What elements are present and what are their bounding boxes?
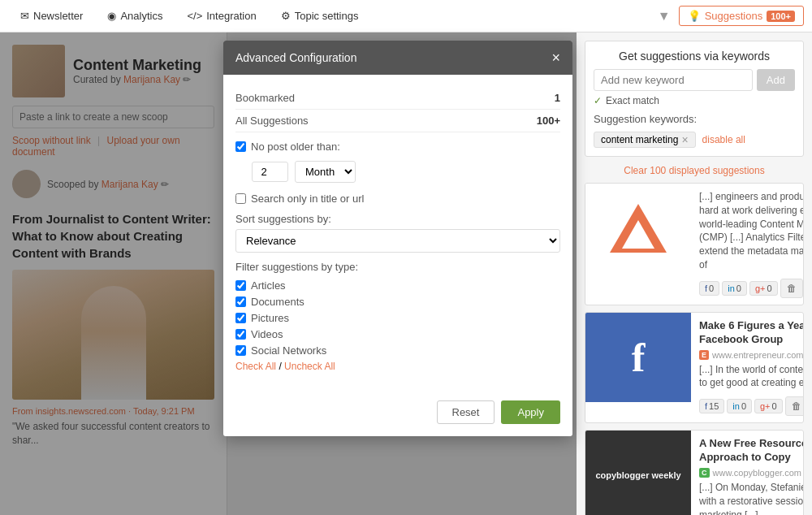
clear-suggestions-link[interactable]: Clear 100 displayed suggestions (585, 165, 804, 176)
modal-header: Advanced Configuration × (223, 41, 572, 75)
sort-label: Sort suggestions by: (235, 213, 560, 225)
trash-button-2[interactable]: 🗑 (785, 396, 804, 416)
suggestions-badge: 100+ (767, 11, 795, 22)
gplus-icon-2: g+ (760, 401, 771, 411)
card-content-2: Make 6 Figures a Year With a Free Facebo… (691, 313, 804, 422)
filter-documents[interactable]: Documents (235, 296, 560, 308)
keywords-label: Suggestion keywords: (594, 113, 697, 125)
keywords-title: Get suggestions via keywords (594, 50, 795, 63)
card-content-1: [...] engineers and product team have be… (691, 184, 804, 305)
card-source-2: E www.entrepreneur.com · October 16 (699, 350, 804, 360)
fb-count-2: f 15 (699, 399, 724, 413)
keyword-input[interactable] (594, 69, 753, 91)
keyword-tag-text: content marketing (601, 134, 678, 145)
sort-row: Sort suggestions by: Relevance Date Popu… (235, 213, 560, 253)
main-layout: Content Marketing Curated by Marijana Ka… (0, 32, 812, 515)
no-post-older-row: No post older than: (235, 141, 560, 153)
modal-body: Bookmarked 1 All Suggestions 100+ No pos… (223, 75, 572, 392)
filter-pictures[interactable]: Pictures (235, 312, 560, 324)
filter-social-networks[interactable]: Social Networks (235, 344, 560, 357)
bookmarked-label: Bookmarked (235, 92, 295, 104)
fb-count-1: f 0 (699, 281, 719, 296)
check-links: Check All / Uncheck All (235, 361, 560, 372)
card-title-3: A New Free Resource and an Empathetic Ap… (699, 437, 804, 465)
card-source-3: C www.copyblogger.com · October 4 (699, 468, 804, 478)
nav-analytics[interactable]: ◉ Analytics (95, 0, 175, 32)
gplus-count-2: g+ 0 (754, 399, 783, 413)
card-right-actions-2: 🗑 ▼ ▲ Publish (785, 396, 804, 416)
modal-overlay: Advanced Configuration × Bookmarked 1 Al… (0, 32, 812, 515)
no-post-older-checkbox[interactable] (235, 141, 246, 152)
li-count-1: in 0 (722, 281, 747, 296)
search-only-text: Search only in title or url (251, 193, 364, 205)
sort-select[interactable]: Relevance Date Popularity (235, 229, 560, 253)
facebook-logo: f (632, 334, 646, 381)
copyblogger-logo: copyblogger weekly (595, 470, 680, 480)
pictures-checkbox[interactable] (235, 313, 246, 323)
apply-button[interactable]: Apply (501, 400, 560, 424)
card-excerpt-1: [...] engineers and product team have be… (699, 190, 804, 272)
gplus-count-1: g+ 0 (749, 281, 778, 296)
nav-topic-settings-label: Topic settings (295, 10, 359, 22)
social-networks-checkbox[interactable] (235, 345, 246, 356)
add-keyword-button[interactable]: Add (757, 69, 795, 91)
suggestion-card-3: copyblogger weekly A New Free Resource a… (585, 430, 804, 515)
filter-type-label: Filter suggestions by type: (235, 261, 560, 273)
disable-all-link[interactable]: disable all (702, 134, 745, 145)
articles-checkbox[interactable] (235, 280, 246, 291)
check-all-link[interactable]: Check All (235, 361, 276, 372)
newscred-logo (606, 204, 671, 253)
lightbulb-icon: 💡 (688, 10, 701, 22)
li-count-2: in 0 (727, 399, 752, 413)
topic-settings-icon: ⚙ (281, 10, 291, 22)
exact-match-row: ✓ Exact match (594, 95, 795, 106)
videos-label: Videos (251, 328, 283, 340)
all-suggestions-label: All Suggestions (235, 115, 309, 127)
search-only-row: Search only in title or url (235, 193, 560, 205)
articles-label: Articles (251, 279, 286, 292)
nav-analytics-label: Analytics (120, 10, 162, 22)
keywords-section: Get suggestions via keywords Add ✓ Exact… (585, 41, 804, 157)
videos-checkbox[interactable] (235, 329, 246, 340)
suggestions-button[interactable]: 💡 Suggestions 100+ (679, 6, 804, 26)
keywords-label-row: Suggestion keywords: content marketing ×… (594, 113, 795, 148)
all-suggestions-row: All Suggestions 100+ (235, 110, 560, 132)
modal-close-button[interactable]: × (551, 50, 560, 65)
source-badge-3: C (699, 468, 710, 478)
suggestions-panel: Get suggestions via keywords Add ✓ Exact… (577, 32, 812, 515)
search-only-checkbox[interactable] (235, 193, 246, 204)
keyword-tag-remove[interactable]: × (681, 134, 688, 145)
filter-icon[interactable]: ▼ (658, 9, 671, 24)
source-badge-2: E (699, 350, 709, 360)
nav-newsletter-label: Newsletter (33, 10, 83, 22)
documents-checkbox[interactable] (235, 296, 246, 307)
suggestion-card-2: f Make 6 Figures a Year With a Free Face… (585, 312, 804, 423)
bookmarked-count: 1 (555, 92, 560, 104)
date-unit-select[interactable]: Month Day Week Year (295, 161, 356, 183)
nav-newsletter[interactable]: ✉ Newsletter (8, 0, 95, 32)
source-url-2: www.entrepreneur.com · October 16 (712, 350, 804, 360)
nav-integration-label: Integration (206, 10, 256, 22)
trash-button-1[interactable]: 🗑 (780, 279, 803, 298)
keyword-input-row: Add (594, 69, 795, 91)
card-excerpt-3: [...] On Monday, Stefanie Flaxman starte… (699, 481, 804, 515)
source-url-3: www.copyblogger.com · October 4 (713, 468, 805, 478)
search-only-label[interactable]: Search only in title or url (235, 193, 560, 205)
nav-topic-settings[interactable]: ⚙ Topic settings (269, 0, 371, 32)
uncheck-all-link[interactable]: Uncheck All (284, 361, 335, 372)
no-post-older-label[interactable]: No post older than: (235, 141, 560, 153)
card-right-actions-1: 🗑 ▼ ▲ Publish (780, 279, 804, 298)
filter-articles[interactable]: Articles (235, 279, 560, 292)
social-networks-label: Social Networks (251, 344, 326, 357)
filter-videos[interactable]: Videos (235, 328, 560, 340)
date-value-input[interactable] (252, 162, 288, 182)
suggestion-card-1: [...] engineers and product team have be… (585, 183, 804, 305)
reset-button[interactable]: Reset (437, 400, 495, 424)
linkedin-icon: in (728, 283, 735, 293)
nav-integration[interactable]: </> Integration (175, 0, 268, 32)
suggestions-label: Suggestions (705, 10, 763, 22)
envelope-icon: ✉ (20, 10, 29, 22)
facebook-icon-2: f (705, 401, 707, 411)
keyword-tag: content marketing × (594, 132, 696, 148)
top-navigation: ✉ Newsletter ◉ Analytics </> Integration… (0, 0, 812, 32)
